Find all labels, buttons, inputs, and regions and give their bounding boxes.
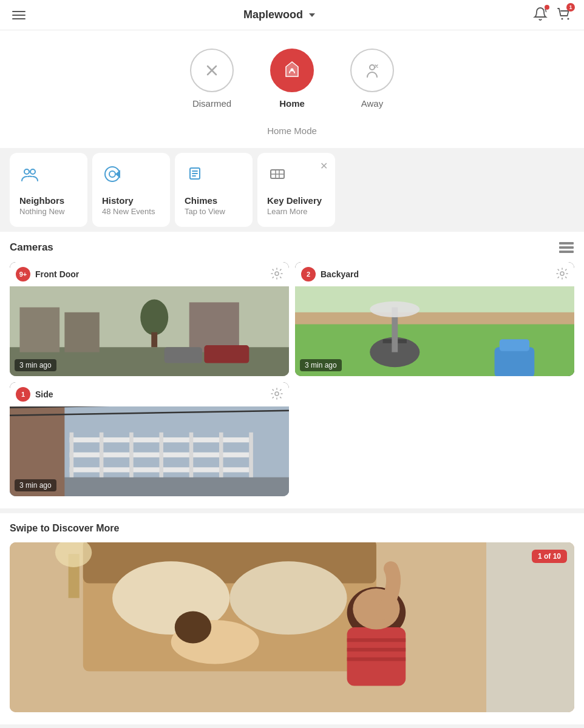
backyard-settings-button[interactable]	[556, 268, 568, 281]
side-camera-card[interactable]: 1 Side	[10, 382, 289, 496]
backyard-name-row: 2 Backyard	[301, 267, 359, 281]
svg-rect-26	[64, 312, 100, 352]
notifications-button[interactable]	[533, 7, 548, 24]
grid-view-icon[interactable]	[559, 241, 574, 254]
mode-away[interactable]: Away	[350, 49, 394, 109]
backyard-name: Backyard	[321, 269, 359, 279]
neighbors-icon-wrap	[19, 164, 78, 187]
svg-point-39	[370, 302, 419, 317]
svg-rect-51	[129, 433, 134, 477]
svg-marker-10	[115, 170, 120, 178]
svg-rect-50	[100, 433, 104, 477]
chimes-card[interactable]: Chimes Tap to View	[175, 153, 253, 227]
key-delivery-icon	[267, 164, 288, 184]
chimes-icon	[185, 164, 205, 184]
key-delivery-close-button[interactable]: ✕	[320, 160, 328, 172]
svg-point-0	[562, 18, 563, 19]
svg-rect-28	[204, 345, 249, 363]
front-door-settings-button[interactable]	[271, 268, 283, 281]
front-door-badge: 9+	[16, 267, 30, 281]
gear-icon	[271, 388, 283, 400]
side-settings-button[interactable]	[271, 388, 283, 402]
svg-point-7	[30, 169, 35, 174]
cameras-title: Cameras	[10, 241, 53, 254]
cart-badge: 1	[566, 3, 575, 12]
svg-rect-21	[559, 251, 574, 253]
disarmed-circle	[190, 49, 234, 92]
svg-rect-19	[559, 242, 574, 244]
location-title: Maplewood	[243, 8, 303, 21]
svg-rect-66	[347, 627, 406, 686]
home-label: Home	[279, 98, 305, 109]
mode-options: Disarmed Home Away	[190, 49, 394, 109]
neighbors-card[interactable]: Neighbors Nothing New	[10, 153, 87, 227]
notification-dot	[545, 5, 549, 10]
away-icon	[362, 60, 382, 81]
disarmed-icon	[202, 60, 222, 81]
discover-image-card[interactable]: 1 of 10	[10, 542, 574, 712]
backyard-header: 2 Backyard	[295, 262, 574, 286]
side-badge: 1	[16, 387, 30, 402]
history-icon-wrap	[102, 164, 160, 187]
home-circle	[270, 49, 314, 92]
svg-rect-40	[495, 347, 535, 376]
svg-rect-49	[70, 433, 74, 477]
svg-rect-20	[559, 246, 574, 249]
svg-rect-70	[347, 658, 406, 661]
side-name-row: 1 Side	[16, 387, 53, 402]
key-delivery-card[interactable]: ✕ Key Delivery Learn More	[257, 153, 335, 227]
svg-rect-35	[295, 312, 574, 325]
side-timestamp: 3 min ago	[15, 479, 56, 491]
backyard-badge: 2	[301, 267, 316, 281]
svg-point-4	[291, 69, 294, 72]
svg-point-22	[275, 272, 279, 275]
discover-title: Swipe to Discover More	[10, 523, 574, 534]
backyard-thumbnail: 3 min ago	[295, 286, 574, 376]
key-delivery-icon-wrap	[267, 164, 325, 187]
history-icon	[102, 164, 123, 184]
front-door-timestamp: 3 min ago	[15, 359, 56, 371]
svg-rect-54	[219, 433, 223, 477]
app-header: Maplewood 1	[0, 0, 584, 30]
key-delivery-subtitle: Learn More	[267, 207, 325, 216]
svg-point-64	[175, 611, 211, 643]
hamburger-menu-button[interactable]	[12, 11, 25, 19]
svg-rect-52	[159, 433, 163, 477]
side-thumbnail: 3 min ago	[10, 406, 289, 496]
mode-disarmed[interactable]: Disarmed	[190, 49, 234, 109]
away-circle	[350, 49, 394, 92]
svg-rect-69	[347, 648, 406, 652]
front-door-thumbnail: 3 min ago	[10, 286, 289, 376]
discover-image-content	[10, 542, 574, 712]
front-door-name-row: 9+ Front Door	[16, 267, 79, 281]
chimes-subtitle: Tap to View	[185, 207, 243, 216]
gear-icon	[556, 268, 568, 280]
cameras-header: Cameras	[10, 241, 574, 254]
history-subtitle: 48 New Events	[102, 207, 160, 216]
chimes-icon-wrap	[185, 164, 243, 187]
side-name: Side	[35, 389, 53, 399]
front-door-camera-card[interactable]: 9+ Front Door	[10, 262, 289, 376]
cart-button[interactable]: 1	[556, 6, 572, 24]
home-shield-icon	[281, 59, 303, 81]
away-label: Away	[361, 98, 383, 109]
discover-section: Swipe to Discover More	[0, 513, 584, 724]
location-selector[interactable]: Maplewood	[243, 8, 315, 21]
mode-home[interactable]: Home	[270, 49, 314, 109]
svg-rect-27	[189, 302, 239, 352]
chimes-title: Chimes	[185, 195, 243, 206]
quick-access-row: Neighbors Nothing New History 48 New Eve…	[0, 153, 584, 227]
backyard-camera-card[interactable]: 2 Backyard	[295, 262, 574, 376]
neighbors-subtitle: Nothing New	[19, 207, 78, 216]
svg-point-62	[229, 561, 347, 635]
history-card[interactable]: History 48 New Events	[92, 153, 170, 227]
svg-rect-73	[486, 542, 574, 712]
gear-icon	[271, 268, 283, 280]
svg-rect-55	[249, 433, 253, 477]
neighbors-title: Neighbors	[19, 195, 78, 206]
mode-panel: Disarmed Home Away	[0, 30, 584, 148]
cameras-section: Cameras 9+ Front Door	[0, 232, 584, 508]
svg-point-5	[370, 65, 375, 70]
svg-rect-68	[347, 638, 406, 642]
key-delivery-title: Key Delivery	[267, 195, 325, 206]
